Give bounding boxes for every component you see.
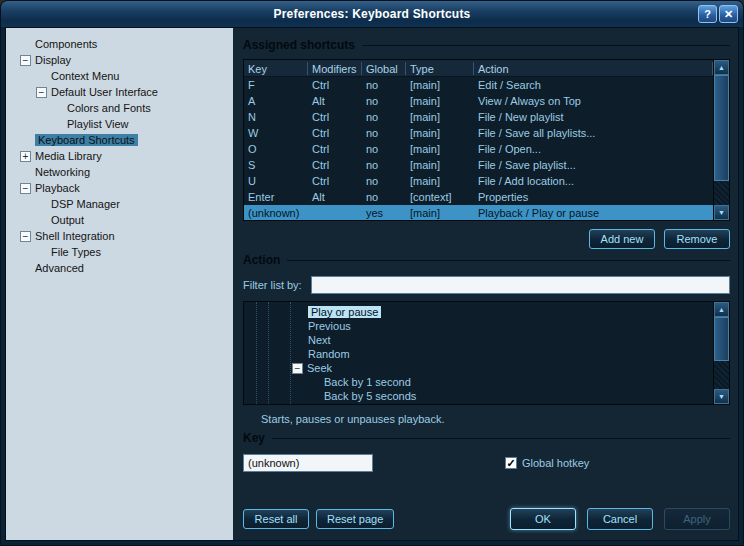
table-header-row[interactable]: Key Modifiers Global Type Action	[244, 60, 713, 77]
tree-item-playback[interactable]: Playback	[6, 180, 233, 196]
close-button[interactable]: ✕	[719, 5, 738, 23]
column-header-global[interactable]: Global	[362, 62, 406, 75]
remove-button[interactable]: Remove	[664, 229, 730, 249]
cell-modifiers: Ctrl	[308, 127, 362, 139]
scroll-up-icon[interactable]	[714, 60, 729, 75]
action-item-label: Next	[308, 334, 331, 346]
tree-item-label: Components	[35, 38, 97, 50]
scroll-down-icon[interactable]	[714, 205, 729, 220]
column-header-action[interactable]: Action	[474, 62, 713, 75]
column-header-key[interactable]: Key	[244, 62, 308, 75]
tree-item-output[interactable]: Output	[6, 212, 233, 228]
shortcut-row[interactable]: F Ctrl no [main] Edit / Search	[244, 77, 713, 93]
scroll-track[interactable]	[714, 317, 729, 389]
action-list-scrollbar[interactable]	[713, 302, 729, 404]
action-item-seek[interactable]: Seek	[244, 361, 713, 375]
cancel-button[interactable]: Cancel	[587, 508, 653, 530]
collapse-icon[interactable]	[36, 87, 47, 98]
reset-page-button[interactable]: Reset page	[316, 509, 394, 529]
action-list: Play or pause Previous Next Random Seek	[243, 301, 730, 405]
tree-item-keyboard-shortcuts[interactable]: Keyboard Shortcuts	[6, 132, 233, 148]
section-title: Assigned shortcuts	[243, 38, 355, 52]
column-header-type[interactable]: Type	[406, 62, 474, 75]
scroll-thumb[interactable]	[714, 317, 729, 361]
cell-action: Playback / Play or pause	[474, 207, 713, 219]
tree-item-label: Output	[51, 214, 84, 226]
cell-global: no	[362, 79, 406, 91]
tree-item-shell-integration[interactable]: Shell Integration	[6, 228, 233, 244]
add-new-button[interactable]: Add new	[589, 229, 655, 249]
table-scrollbar[interactable]	[713, 60, 729, 220]
help-button[interactable]: ?	[698, 5, 717, 23]
action-item-random[interactable]: Random	[244, 347, 713, 361]
cell-type: [main]	[406, 95, 474, 107]
ok-button[interactable]: OK	[510, 508, 576, 530]
cell-action: View / Always on Top	[474, 95, 713, 107]
shortcut-row[interactable]: A Alt no [main] View / Always on Top	[244, 93, 713, 109]
cell-key: W	[244, 127, 308, 139]
collapse-icon[interactable]	[20, 183, 31, 194]
table-buttons: Add new Remove	[243, 229, 730, 249]
tree-item-playlist-view[interactable]: Playlist View	[6, 116, 233, 132]
cell-modifiers: Ctrl	[308, 143, 362, 155]
tree-item-label: Networking	[35, 166, 90, 178]
tree-item-label: Playback	[35, 182, 80, 194]
cell-key: N	[244, 111, 308, 123]
action-item-previous[interactable]: Previous	[244, 319, 713, 333]
shortcut-row[interactable]: Enter Alt no [context] Properties	[244, 189, 713, 205]
tree-item-components[interactable]: Components	[6, 36, 233, 52]
tree-item-display[interactable]: Display	[6, 52, 233, 68]
tree-item-networking[interactable]: Networking	[6, 164, 233, 180]
tree-item-label: Context Menu	[51, 70, 119, 82]
column-header-modifiers[interactable]: Modifiers	[308, 62, 362, 75]
action-item-label: Seek	[307, 362, 332, 374]
tree-item-file-types[interactable]: File Types	[6, 244, 233, 260]
shortcut-row-selected[interactable]: (unknown) yes [main] Playback / Play or …	[244, 205, 713, 220]
tree-item-default-user-interface[interactable]: Default User Interface	[6, 84, 233, 100]
cell-key: Enter	[244, 191, 308, 203]
scroll-track[interactable]	[714, 75, 729, 205]
tree-item-colors-and-fonts[interactable]: Colors and Fonts	[6, 100, 233, 116]
shortcut-row[interactable]: W Ctrl no [main] File / Save all playlis…	[244, 125, 713, 141]
cell-global: no	[362, 127, 406, 139]
collapse-icon[interactable]	[292, 363, 303, 374]
action-item-back-by-5-seconds[interactable]: Back by 5 seconds	[244, 389, 713, 403]
shortcut-row[interactable]: N Ctrl no [main] File / New playlist	[244, 109, 713, 125]
title-bar[interactable]: Preferences: Keyboard Shortcuts ? ✕	[1, 1, 743, 27]
divider-line	[272, 438, 730, 439]
cell-action: File / New playlist	[474, 111, 713, 123]
shortcut-row[interactable]: S Ctrl no [main] File / Save playlist...	[244, 157, 713, 173]
tree-item-label: Media Library	[35, 150, 102, 162]
section-title: Key	[243, 431, 265, 445]
cell-global: no	[362, 143, 406, 155]
expand-icon[interactable]	[20, 151, 31, 162]
scroll-down-icon[interactable]	[714, 389, 729, 404]
apply-button[interactable]: Apply	[664, 508, 730, 530]
collapse-icon[interactable]	[20, 55, 31, 66]
tree-item-context-menu[interactable]: Context Menu	[6, 68, 233, 84]
cell-type: [context]	[406, 191, 474, 203]
scroll-thumb[interactable]	[714, 75, 729, 181]
shortcut-row[interactable]: O Ctrl no [main] File / Open...	[244, 141, 713, 157]
confirm-buttons: OK Cancel Apply	[510, 508, 730, 530]
tree-item-advanced[interactable]: Advanced	[6, 260, 233, 276]
action-item-back-by-1-second[interactable]: Back by 1 second	[244, 375, 713, 389]
global-hotkey-option[interactable]: Global hotkey	[505, 457, 589, 469]
tree-item-label: Default User Interface	[51, 86, 158, 98]
tree-item-dsp-manager[interactable]: DSP Manager	[6, 196, 233, 212]
collapse-icon[interactable]	[20, 231, 31, 242]
action-item-next[interactable]: Next	[244, 333, 713, 347]
cell-action: File / Save playlist...	[474, 159, 713, 171]
action-item-play-or-pause[interactable]: Play or pause	[244, 305, 713, 319]
key-input[interactable]	[243, 454, 373, 472]
cell-global: yes	[362, 207, 406, 219]
shortcut-row[interactable]: U Ctrl no [main] File / Add location...	[244, 173, 713, 189]
filter-input[interactable]	[311, 276, 730, 294]
scroll-up-icon[interactable]	[714, 302, 729, 317]
tree-item-media-library[interactable]: Media Library	[6, 148, 233, 164]
reset-all-button[interactable]: Reset all	[243, 509, 309, 529]
cell-modifiers: Alt	[308, 95, 362, 107]
cell-key: F	[244, 79, 308, 91]
checkbox-checked-icon[interactable]	[505, 457, 517, 469]
dialog-content: Components Display Context Menu Default …	[5, 27, 739, 541]
